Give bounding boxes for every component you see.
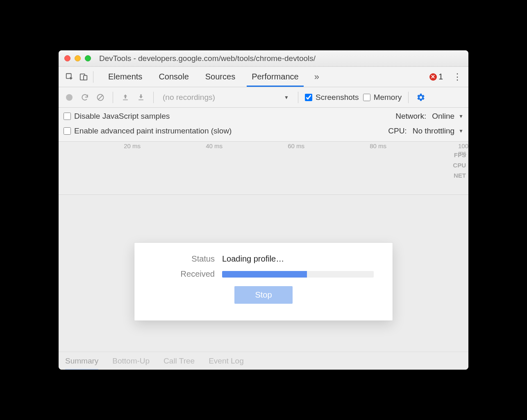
cpu-value: No throttling <box>413 126 454 135</box>
cpu-throttle-select[interactable]: No throttling ▼ <box>413 126 463 135</box>
separator <box>408 92 409 103</box>
status-value: Loading profile… <box>222 254 378 264</box>
track-cpu: CPU <box>453 162 466 169</box>
zoom-window-button[interactable] <box>85 55 91 61</box>
minimize-window-button[interactable] <box>75 55 81 61</box>
memory-label: Memory <box>374 93 402 102</box>
recordings-selector[interactable]: (no recordings) ▼ <box>160 93 291 102</box>
tab-performance[interactable]: Performance <box>243 67 307 87</box>
track-net: NET <box>453 172 466 179</box>
capture-settings-icon[interactable] <box>415 92 427 103</box>
network-value: Online <box>432 112 454 121</box>
error-icon: ✕ <box>429 73 437 81</box>
svg-rect-2 <box>84 75 87 80</box>
reload-icon[interactable] <box>79 92 91 103</box>
clear-icon[interactable] <box>95 92 106 103</box>
svg-rect-6 <box>139 99 143 100</box>
received-label: Received <box>149 269 215 279</box>
status-label: Status <box>149 254 215 264</box>
download-profile-icon[interactable] <box>135 92 147 103</box>
tab-summary[interactable]: Summary <box>65 357 98 366</box>
traffic-lights <box>64 55 91 61</box>
capture-settings-panel: Disable JavaScript samples Network: Onli… <box>59 108 468 142</box>
enable-paint-checkbox[interactable]: Enable advanced paint instrumentation (s… <box>64 126 388 135</box>
error-count: 1 <box>438 72 443 81</box>
tab-bottom-up[interactable]: Bottom-Up <box>112 357 150 366</box>
progress-bar <box>222 271 307 278</box>
tab-call-tree[interactable]: Call Tree <box>164 357 195 366</box>
tick: 20 ms <box>124 142 141 149</box>
window-title: DevTools - developers.google.com/web/too… <box>99 54 316 63</box>
received-progress <box>222 271 374 278</box>
error-badge[interactable]: ✕ 1 <box>429 72 443 81</box>
inspect-element-icon[interactable] <box>63 70 77 84</box>
svg-point-3 <box>66 94 73 101</box>
tab-sources[interactable]: Sources <box>197 67 243 87</box>
record-icon[interactable] <box>64 92 75 103</box>
titlebar: DevTools - developers.google.com/web/too… <box>59 50 468 67</box>
memory-checkbox[interactable]: Memory <box>363 93 402 102</box>
timeline-overview[interactable]: 20 ms 40 ms 60 ms 80 ms 100 ms FPS CPU N… <box>59 142 468 195</box>
devtools-window: DevTools - developers.google.com/web/too… <box>59 50 468 370</box>
disable-js-samples-label: Disable JavaScript samples <box>74 112 170 121</box>
main-menu-icon[interactable]: ⋮ <box>450 70 464 84</box>
separator <box>93 71 93 83</box>
upload-profile-icon[interactable] <box>120 92 131 103</box>
separator <box>298 92 298 103</box>
svg-rect-5 <box>123 99 128 100</box>
performance-controls: (no recordings) ▼ Screenshots Memory <box>59 87 468 108</box>
screenshots-label: Screenshots <box>316 93 359 102</box>
cpu-label: CPU: <box>388 126 407 135</box>
tab-elements[interactable]: Elements <box>100 67 150 87</box>
tick: 80 ms <box>370 142 386 149</box>
tab-event-log[interactable]: Event Log <box>209 357 244 366</box>
separator <box>153 92 154 103</box>
tick: 40 ms <box>206 142 223 149</box>
details-tabs: Summary Bottom-Up Call Tree Event Log <box>59 352 468 370</box>
separator <box>113 92 113 103</box>
track-labels: FPS CPU NET <box>453 151 466 179</box>
tick: 60 ms <box>288 142 304 149</box>
timeline-ticks: 20 ms 40 ms 60 ms 80 ms 100 ms <box>59 142 468 150</box>
loading-dialog: Status Loading profile… Received Stop <box>134 243 393 321</box>
screenshots-checkbox[interactable]: Screenshots <box>305 93 359 102</box>
recordings-placeholder: (no recordings) <box>163 93 215 102</box>
memory-input[interactable] <box>363 94 370 101</box>
stop-button[interactable]: Stop <box>234 286 292 304</box>
disable-js-samples-input[interactable] <box>64 113 71 120</box>
main-toolbar: Elements Console Sources Performance » ✕… <box>59 67 468 87</box>
panel-tabs: Elements Console Sources Performance <box>100 67 307 87</box>
more-tabs-icon[interactable]: » <box>314 72 319 82</box>
close-window-button[interactable] <box>64 55 70 61</box>
enable-paint-input[interactable] <box>64 127 71 135</box>
disable-js-samples-checkbox[interactable]: Disable JavaScript samples <box>64 112 395 121</box>
dropdown-icon: ▼ <box>284 95 289 100</box>
track-fps: FPS <box>453 151 466 158</box>
network-label: Network: <box>395 112 426 121</box>
network-throttle-select[interactable]: Online ▼ <box>432 112 463 121</box>
tab-console[interactable]: Console <box>150 67 197 87</box>
enable-paint-label: Enable advanced paint instrumentation (s… <box>74 126 232 135</box>
dropdown-icon: ▼ <box>459 113 463 119</box>
device-toolbar-icon[interactable] <box>77 70 91 84</box>
dropdown-icon: ▼ <box>459 128 463 134</box>
screenshots-input[interactable] <box>305 94 312 101</box>
